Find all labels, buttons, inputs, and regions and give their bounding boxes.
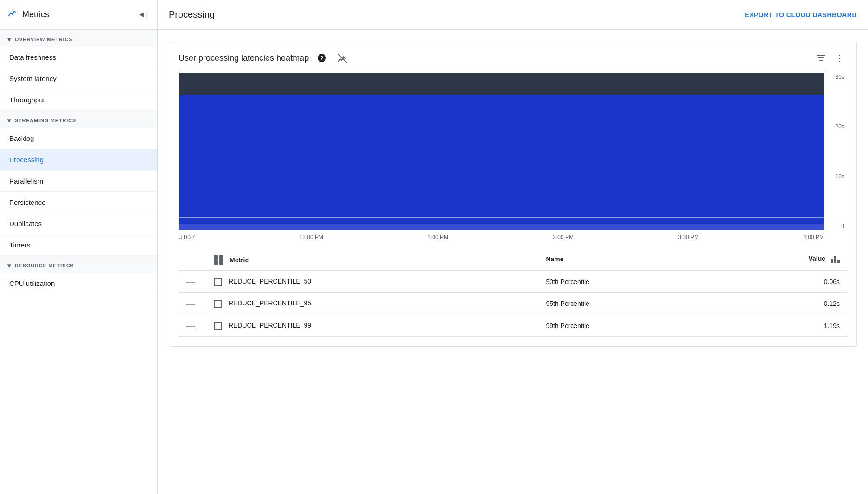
row-name-2: 99th Percentile [538,315,710,336]
sidebar-item-duplicates[interactable]: Duplicates [0,213,157,234]
heatmap-white-line [179,217,824,218]
metric-checkbox-0[interactable] [214,278,222,286]
streaming-section-header[interactable]: ▾ STREAMING METRICS [0,111,157,128]
y-axis-20s: 20s [824,123,844,130]
sidebar-item-timers[interactable]: Timers [0,234,157,256]
row-dash-0 [179,271,206,293]
bar-chart-icon [831,255,840,263]
export-button[interactable]: EXPORT TO CLOUD DASHBOARD [745,11,857,19]
grid-cell-2 [219,255,223,260]
filter-button[interactable] [814,51,829,65]
metric-key-1: REDUCE_PERCENTILE_95 [229,299,311,307]
y-axis-0: 0 [824,223,844,229]
x-label-utc: UTC-7 [179,234,195,241]
table-row: REDUCE_PERCENTILE_50 50th Percentile 0.0… [179,271,847,293]
chart-title-group: User processing latencies heatmap ? [179,51,350,65]
x-axis: UTC-7 12:00 PM 1:00 PM 2:00 PM 3:00 PM 4… [179,230,824,241]
sidebar-item-throughput[interactable]: Throughput [0,89,157,111]
legend-dash-2 [186,326,195,327]
table-row: REDUCE_PERCENTILE_95 95th Percentile 0.1… [179,293,847,315]
metric-col-label: Metric [230,256,249,264]
x-label-100: 1:00 PM [428,234,448,241]
row-name-0: 50th Percentile [538,271,710,293]
row-metric-0: REDUCE_PERCENTILE_50 [206,271,538,293]
row-value-1: 0.12s [711,293,847,315]
y-axis: 30s 20s 10s 0 [824,73,847,230]
metric-checkbox-2[interactable] [214,322,222,330]
main-panel: Processing EXPORT TO CLOUD DASHBOARD Use… [158,0,868,494]
streaming-chevron-icon: ▾ [7,117,11,124]
chart-title: User processing latencies heatmap [179,53,309,63]
heatmap-canvas [179,73,824,230]
overview-chevron-icon: ▾ [7,36,11,43]
chart-actions: ⋮ [814,51,847,65]
heatmap-wrapper: 30s 20s 10s 0 [179,73,847,230]
heatmap-dark-band [179,73,824,95]
sidebar: Metrics ◄| ▾ OVERVIEW METRICS Data fresh… [0,0,158,494]
overview-section-header[interactable]: ▾ OVERVIEW METRICS [0,30,157,47]
help-icon: ? [317,53,326,63]
value-col-label: Value [809,255,826,262]
heatmap-blue-band [179,95,824,224]
main-header: Processing EXPORT TO CLOUD DASHBOARD [158,0,868,30]
row-dash-1 [179,293,206,315]
more-options-icon: ⋮ [835,52,845,63]
collapse-button[interactable]: ◄| [136,8,150,21]
main-content: User processing latencies heatmap ? [158,30,868,494]
x-label-300: 3:00 PM [678,234,699,241]
metrics-table: Metric Name Value [179,248,847,337]
x-label-1200: 12:00 PM [300,234,323,241]
table-row: REDUCE_PERCENTILE_99 99th Percentile 1.1… [179,315,847,336]
metric-key-2: REDUCE_PERCENTILE_99 [229,322,311,329]
page-title: Processing [169,9,215,20]
sidebar-item-processing[interactable]: Processing [0,149,157,171]
svg-text:?: ? [320,55,324,62]
overview-section-label: OVERVIEW METRICS [15,37,72,42]
row-metric-2: REDUCE_PERCENTILE_99 [206,315,538,336]
table-header-row: Metric Name Value [179,248,847,271]
th-metric: Metric [206,248,538,271]
chart-container: User processing latencies heatmap ? [169,41,857,347]
sidebar-item-persistence[interactable]: Persistence [0,192,157,213]
row-value-0: 0.06s [711,271,847,293]
metric-col-header: Metric [214,255,249,265]
x-label-200: 2:00 PM [553,234,574,241]
th-value: Value [711,248,847,271]
sidebar-item-data-freshness[interactable]: Data freshness [0,47,157,68]
resource-section-header[interactable]: ▾ RESOURCE METRICS [0,256,157,273]
th-name: Name [538,248,710,271]
grid-cell-3 [214,260,218,265]
sidebar-header: Metrics ◄| [0,0,157,30]
row-dash-2 [179,315,206,336]
chart-header: User processing latencies heatmap ? [179,51,847,65]
grid-icon [214,255,223,265]
sidebar-item-cpu-utilization[interactable]: CPU utilization [0,273,157,294]
metric-key-0: REDUCE_PERCENTILE_50 [229,278,311,285]
x-label-400: 4:00 PM [803,234,824,241]
more-options-button[interactable]: ⋮ [832,51,847,65]
row-metric-1: REDUCE_PERCENTILE_95 [206,293,538,315]
legend-dash-0 [186,282,195,283]
legend-dash-1 [186,304,195,305]
sidebar-item-parallelism[interactable]: Parallelism [0,171,157,192]
grid-cell-4 [219,260,223,265]
row-value-2: 1.19s [711,315,847,336]
sidebar-item-system-latency[interactable]: System latency [0,68,157,89]
app-name: Metrics [22,10,49,19]
y-axis-10s: 10s [824,173,844,180]
y-axis-30s: 30s [824,74,844,80]
resource-chevron-icon: ▾ [7,262,11,269]
metric-checkbox-1[interactable] [214,300,222,308]
name-col-label: Name [546,255,563,263]
grid-cell-1 [214,255,218,260]
no-data-icon [337,53,347,63]
help-button[interactable]: ? [314,51,329,65]
filter-icon [817,55,825,61]
no-data-icon-button[interactable] [335,51,350,65]
th-dash [179,248,206,271]
row-name-1: 95th Percentile [538,293,710,315]
sidebar-item-backlog[interactable]: Backlog [0,128,157,149]
app-logo: Metrics [7,8,49,22]
metrics-icon [7,8,19,22]
resource-section-label: RESOURCE METRICS [15,263,74,268]
